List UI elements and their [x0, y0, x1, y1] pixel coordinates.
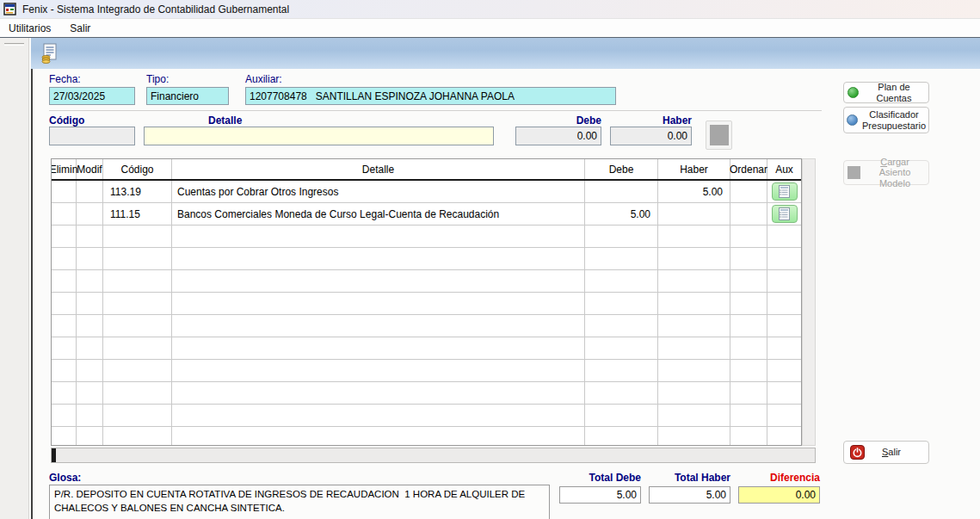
clasificador-presupuestario-button[interactable]: Clasificador Presupuestario	[843, 107, 929, 133]
table-header-row: Elimin Modif Código Detalle Debe Haber O…	[52, 159, 801, 181]
cell-aux	[767, 203, 801, 225]
cell-haber	[658, 293, 730, 314]
document-coins-icon	[40, 53, 59, 66]
table-row[interactable]	[52, 226, 801, 248]
left-panel	[0, 38, 29, 519]
col-header-aux[interactable]: Aux	[767, 159, 801, 179]
cell-ordenar	[730, 360, 767, 381]
blue-sphere-icon	[847, 114, 858, 126]
table-row[interactable]: 113.19 Cuentas por Cobrar Otros Ingresos…	[52, 181, 801, 203]
table-row[interactable]	[52, 248, 801, 270]
auxiliar-label: Auxiliar:	[245, 73, 282, 85]
fecha-field[interactable]	[49, 87, 135, 105]
table-row[interactable]	[52, 360, 801, 382]
detalle-entry-field[interactable]	[144, 127, 494, 145]
codigo-entry-field[interactable]	[49, 127, 135, 145]
cell-ordenar	[730, 181, 767, 202]
cell-modif	[77, 427, 103, 446]
col-header-haber[interactable]: Haber	[658, 159, 730, 179]
tipo-field[interactable]	[146, 87, 229, 105]
main-panel: Fecha: Tipo: Auxiliar: Código Detalle De…	[31, 69, 980, 519]
cell-codigo	[103, 293, 172, 314]
window-title: Fenix - Sistema Integrado de Contabilida…	[22, 3, 289, 15]
menu-salir[interactable]: Salir	[68, 21, 92, 36]
cell-modif	[77, 181, 103, 202]
table-row[interactable]	[52, 405, 801, 427]
cell-codigo	[103, 405, 172, 426]
app-icon	[3, 3, 17, 16]
cell-detalle	[172, 315, 585, 337]
cell-codigo	[103, 248, 172, 269]
cell-modif	[77, 360, 103, 381]
table-row[interactable]	[52, 315, 801, 337]
cell-detalle: Bancos Comerciales Moneda de Curso Legal…	[172, 203, 585, 225]
cell-haber	[658, 360, 730, 381]
col-header-ordenar[interactable]: Ordenar	[730, 159, 767, 179]
table-row[interactable]	[52, 382, 801, 405]
col-header-modif[interactable]: Modif	[77, 159, 103, 179]
cell-debe	[585, 360, 658, 381]
glosa-label: Glosa:	[49, 472, 81, 484]
cell-codigo: 111.15	[103, 203, 172, 225]
table-row[interactable]	[52, 270, 801, 293]
cell-aux	[767, 315, 801, 337]
table-vertical-scrollbar[interactable]	[802, 158, 816, 446]
table-row[interactable]	[52, 337, 801, 360]
cell-ordenar	[730, 405, 767, 426]
cell-haber	[658, 248, 730, 269]
cell-elimin	[52, 248, 77, 269]
new-entry-button[interactable]	[40, 43, 60, 64]
table-row[interactable]: 111.15 Bancos Comerciales Moneda de Curs…	[52, 203, 801, 226]
cell-ordenar	[730, 270, 767, 292]
toolbar	[31, 38, 980, 69]
table-row[interactable]	[52, 427, 801, 446]
cell-debe	[585, 270, 658, 292]
diferencia-field	[738, 486, 820, 504]
cell-haber	[658, 405, 730, 426]
cell-ordenar	[730, 427, 767, 446]
col-header-elimin[interactable]: Elimin	[52, 159, 77, 179]
cell-elimin	[52, 226, 77, 247]
glosa-field[interactable]: P/R. DEPOSITO EN CUENTA ROTATIVA DE INGR…	[49, 485, 550, 519]
scrollbar-thumb[interactable]	[52, 448, 56, 462]
table-row[interactable]	[52, 293, 801, 315]
total-haber-field	[649, 486, 730, 504]
debe-entry-field[interactable]	[515, 127, 601, 145]
aux-button[interactable]	[772, 205, 798, 223]
aux-button[interactable]	[772, 182, 798, 201]
cell-debe	[585, 181, 658, 202]
cell-haber	[658, 270, 730, 292]
tipo-label: Tipo:	[146, 73, 169, 85]
cell-codigo	[103, 360, 172, 381]
cell-debe	[585, 405, 658, 426]
cell-aux	[767, 405, 801, 426]
cell-detalle	[172, 248, 585, 269]
cell-ordenar	[730, 248, 767, 269]
cell-modif	[77, 382, 103, 404]
plan-de-cuentas-button[interactable]: Plan de Cuentas	[843, 82, 929, 103]
cell-ordenar	[730, 315, 767, 337]
cell-ordenar	[730, 382, 767, 404]
cell-haber: 5.00	[658, 181, 730, 202]
cell-debe: 5.00	[585, 203, 658, 225]
cell-debe	[585, 382, 658, 404]
cell-aux	[767, 248, 801, 269]
cell-ordenar	[730, 203, 767, 225]
cell-codigo	[103, 337, 172, 359]
cell-elimin	[52, 427, 77, 446]
cell-modif	[77, 337, 103, 359]
haber-entry-field[interactable]	[610, 127, 692, 145]
cell-elimin	[52, 181, 77, 202]
splitter-grip[interactable]	[4, 43, 24, 46]
col-header-debe[interactable]: Debe	[585, 159, 658, 179]
salir-button[interactable]: Salir	[843, 441, 929, 464]
auxiliar-field[interactable]	[245, 87, 616, 105]
detalle-label: Detalle	[208, 114, 242, 127]
total-debe-label: Total Debe	[559, 472, 641, 484]
cell-detalle	[172, 405, 585, 426]
menu-utilitarios[interactable]: Utilitarios	[7, 21, 52, 36]
table-horizontal-scrollbar[interactable]	[51, 448, 816, 463]
col-header-detalle[interactable]: Detalle	[172, 159, 585, 179]
col-header-codigo[interactable]: Código	[103, 159, 172, 179]
cell-modif	[77, 405, 103, 426]
